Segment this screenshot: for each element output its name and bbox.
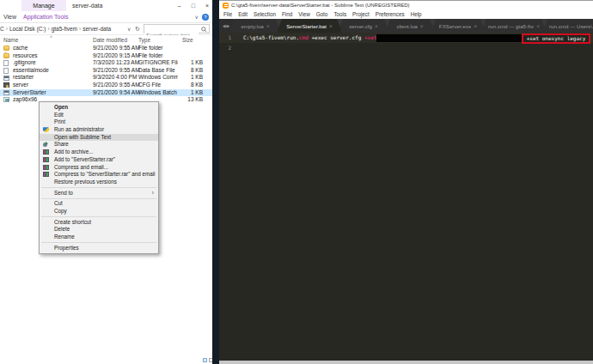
file-size: 1 KB (168, 74, 203, 82)
tab-client-lua[interactable]: client.lua × (385, 19, 435, 33)
column-header-name[interactable]: Name (3, 35, 18, 45)
breadcrumb-segment[interactable]: gta5-fivem (52, 26, 77, 32)
tab-run-cmd-gta5-fivem[interactable]: run.cmd — gta5-fivem × (481, 19, 547, 33)
breadcrumb-separator: › (48, 26, 50, 32)
file-date: 9/21/2020 9:15 AM (93, 52, 140, 60)
ribbon-tab-view[interactable]: View (3, 11, 16, 23)
breadcrumb-segment[interactable]: server-data (83, 26, 111, 32)
file-date: 7/3/2020 11:23 AM (93, 59, 139, 67)
refresh-icon[interactable]: ↻ (135, 23, 140, 35)
winrar-icon (43, 172, 49, 177)
tab-forward-icon[interactable]: ▶ (227, 23, 231, 28)
menu-edit[interactable]: Edit (238, 11, 248, 17)
menu-find[interactable]: Find (282, 11, 292, 17)
context-menu-item-restore-previous-versions[interactable]: Restore previous versions (40, 179, 158, 186)
file-row[interactable]: restarter 9/3/2020 4:00 PM Windows Comma… (0, 74, 212, 82)
context-menu-item-share[interactable]: Share (40, 141, 158, 149)
context-menu-item-compress-to-rar-and-email[interactable]: Compress to "ServerStarter.rar" and emai… (40, 171, 158, 179)
redacted-license-key-bar (376, 34, 522, 42)
tab-close-icon[interactable]: × (266, 23, 270, 29)
file-name: .gitignore (13, 59, 36, 67)
sublime-menubar: File Edit Selection Find View Goto Tools… (219, 9, 593, 19)
line-number: 2 (219, 43, 231, 53)
tab-empty-lua[interactable]: empty.lua × (229, 19, 281, 33)
menu-file[interactable]: File (223, 11, 232, 17)
context-menu-item-run-as-administrator[interactable]: Run as administrator (40, 126, 158, 134)
code-path-token: C:\gta5-fivem\run. (243, 34, 299, 40)
file-date: 9/21/2020 9:55 AM (93, 45, 140, 52)
minimize-button[interactable]: – (178, 0, 181, 11)
file-size: 1 KB (168, 59, 203, 67)
context-menu-item-create-shortcut[interactable]: Create shortcut (40, 219, 158, 227)
file-row[interactable]: resources 9/21/2020 9:15 AM File folder (0, 52, 212, 60)
menu-preferences[interactable]: Preferences (376, 11, 405, 17)
file-explorer-window: Manage server-data – □ × View Applicatio… (0, 0, 212, 364)
menu-view[interactable]: View (298, 11, 310, 17)
context-menu-item-send-to[interactable]: Send to › (40, 190, 158, 197)
context-menu-item-print[interactable]: Print (40, 118, 158, 126)
ribbon-tab-application-tools[interactable]: Application Tools (23, 11, 68, 23)
breadcrumb-segment[interactable]: Local Disk (C:) (9, 26, 46, 32)
winrar-icon (43, 165, 49, 170)
breadcrumb-segment[interactable]: C (0, 26, 4, 32)
context-menu-item-compress-and-email[interactable]: Compress and email... (40, 164, 158, 172)
tab-label: ServerStarter.bat (286, 23, 327, 29)
menu-help[interactable]: Help (411, 11, 422, 17)
tab-serverstarter-bat[interactable]: ServerStarter.bat × (277, 19, 342, 33)
tab-run-cmd-users[interactable]: run.cmd — Users\... (542, 19, 593, 33)
column-header-type[interactable]: Type (138, 35, 150, 45)
menu-goto[interactable]: Goto (316, 11, 328, 17)
tab-close-icon[interactable]: × (329, 23, 333, 29)
context-menu-item-properties[interactable]: Properties (40, 245, 158, 252)
menu-project[interactable]: Project (352, 11, 370, 17)
folder-icon (3, 53, 9, 58)
details-view-icon[interactable] (203, 358, 207, 362)
column-header-size[interactable]: Size (182, 35, 193, 45)
tab-fxserver-exe[interactable]: FXServer.exe × (431, 19, 486, 33)
menu-tools[interactable]: Tools (333, 11, 346, 17)
file-date: 9/21/2020 9:55 AM (93, 82, 140, 89)
column-header-date-modified[interactable]: Date modified (93, 35, 127, 45)
context-menu-item-add-to-archive[interactable]: Add to archive... (40, 149, 158, 156)
file-row[interactable]: cache 9/21/2020 9:55 AM File folder (0, 45, 212, 52)
search-icon[interactable] (201, 27, 207, 33)
menu-selection[interactable]: Selection (254, 11, 276, 17)
manage-ribbon-tab[interactable]: Manage (21, 0, 66, 11)
file-name: restarter (13, 74, 34, 82)
context-menu-item-cut[interactable]: Cut (40, 200, 158, 208)
help-icon[interactable]: ? (202, 14, 209, 21)
context-menu-item-rename[interactable]: Rename (40, 234, 158, 241)
context-menu-item-add-to-rar[interactable]: Add to "ServerStarter.rar" (40, 156, 158, 164)
file-row[interactable]: server 9/21/2020 9:55 AM CFG File 8 KB (0, 82, 212, 89)
context-menu-item-open-with-sublime-text[interactable]: Open with Sublime Text (40, 134, 158, 142)
tab-close-icon[interactable]: × (375, 23, 378, 29)
tab-close-icon[interactable]: × (474, 23, 477, 29)
context-menu-item-delete[interactable]: Delete (40, 226, 158, 234)
code-cmd-token: cmd (299, 34, 309, 40)
file-row[interactable]: .gitignore 7/3/2020 11:23 AM GITIGNORE F… (0, 59, 212, 67)
file-row[interactable]: essentialmode 9/21/2020 9:55 AM Data Bas… (0, 67, 212, 75)
context-menu-item-edit[interactable]: Edit (40, 112, 158, 119)
context-menu-item-copy[interactable]: Copy (40, 208, 158, 215)
tab-label: run.cmd — Users\... (549, 23, 593, 29)
file-type: File folder (138, 52, 163, 60)
menu-separator (41, 187, 156, 188)
context-menu-item-label: Compress to "ServerStarter.rar" and emai… (54, 171, 156, 177)
address-dropdown-icon[interactable]: ∨ (127, 23, 131, 35)
file-row-selected[interactable]: ServerStarter 9/21/2020 9:54 AM Windows … (0, 89, 212, 97)
explorer-address-bar: C›Local Disk (C:)›gta5-fivem›server-data… (0, 23, 212, 35)
breadcrumb[interactable]: C›Local Disk (C:)›gta5-fivem›server-data (0, 23, 111, 35)
code-editor[interactable]: 1 2 C:\gta5-fivem\run.cmd +exec server.c… (219, 33, 593, 361)
close-button[interactable]: × (205, 0, 209, 11)
onesync-annotation-highlight: +set onesync legacy (522, 33, 590, 44)
tab-label: run.cmd — gta5-fivem (488, 23, 534, 29)
file-name: zap96x96 (13, 96, 37, 104)
context-menu-item-open[interactable]: Open (40, 104, 158, 112)
tab-close-icon[interactable]: × (536, 23, 540, 29)
database-file-icon (3, 68, 9, 74)
maximize-button[interactable]: □ (192, 0, 195, 11)
ribbon-collapse-chevron-icon[interactable]: ∨ (195, 11, 199, 23)
uac-shield-icon (43, 127, 49, 132)
tab-server-cfg[interactable]: server.cfg × (338, 19, 389, 33)
tab-close-icon[interactable]: × (420, 23, 424, 29)
